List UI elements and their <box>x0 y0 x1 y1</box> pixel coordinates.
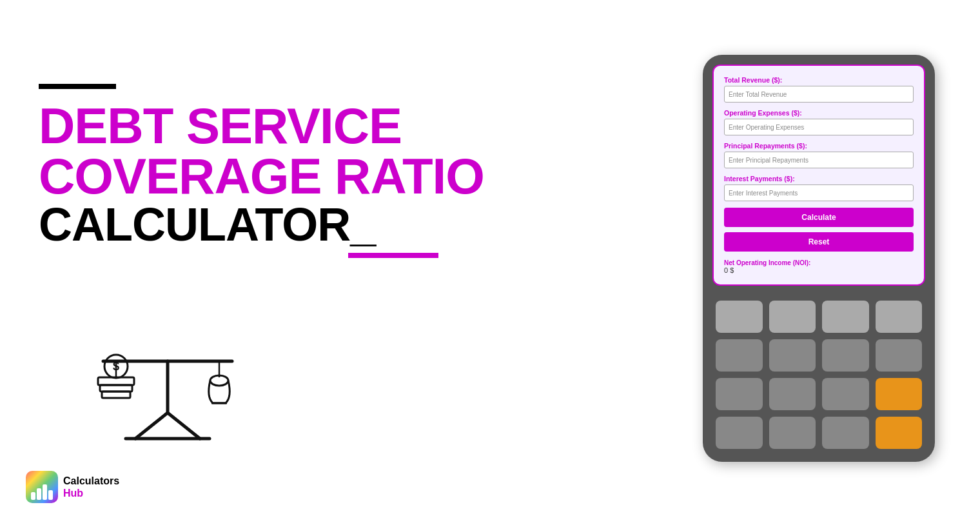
balance-scale-svg: $ <box>64 277 271 445</box>
result-area: Net Operating Income (NOI): 0 $ <box>724 259 914 274</box>
top-accent-bar <box>39 84 116 89</box>
calculator-screen: Total Revenue ($): Operating Expenses ($… <box>712 64 925 286</box>
logo-bar-3 <box>43 484 47 500</box>
key-r3c2[interactable] <box>769 378 816 410</box>
interest-payments-input[interactable] <box>724 184 914 201</box>
svg-line-3 <box>168 413 200 439</box>
key-r4c2[interactable] <box>769 417 816 449</box>
logo-icon <box>26 471 58 503</box>
key-r3c3[interactable] <box>822 378 869 410</box>
reset-button[interactable]: Reset <box>724 232 914 252</box>
scale-illustration: $ <box>39 277 297 445</box>
logo-bar-2 <box>37 488 41 500</box>
interest-payments-group: Interest Payments ($): <box>724 175 914 201</box>
result-value: 0 $ <box>724 266 914 274</box>
result-label: Net Operating Income (NOI): <box>724 259 914 266</box>
title-line-2: COVERAGE RATIO <box>39 151 696 201</box>
operating-expenses-label: Operating Expenses ($): <box>724 109 914 117</box>
principal-repayments-input[interactable] <box>724 152 914 168</box>
principal-repayments-label: Principal Repayments ($): <box>724 142 914 150</box>
key-r1c4[interactable] <box>876 301 923 333</box>
principal-repayments-group: Principal Repayments ($): <box>724 142 914 168</box>
logo-name1: Calculators <box>63 475 119 487</box>
title-block: DEBT SERVICE COVERAGE RATIO CALCULATOR_ <box>39 101 696 258</box>
left-panel: DEBT SERVICE COVERAGE RATIO CALCULATOR_ <box>39 71 696 445</box>
key-r4c3[interactable] <box>822 417 869 449</box>
key-r3c1[interactable] <box>716 378 763 410</box>
key-r1c2[interactable] <box>769 301 816 333</box>
logo-area: Calculators Hub <box>26 471 119 503</box>
title-line-1: DEBT SERVICE <box>39 101 696 151</box>
key-r2c1[interactable] <box>716 339 763 372</box>
svg-text:$: $ <box>113 360 119 373</box>
logo-name2: Hub <box>63 487 119 499</box>
calculator-device: Total Revenue ($): Operating Expenses ($… <box>703 55 935 462</box>
total-revenue-input[interactable] <box>724 86 914 103</box>
key-r2c3[interactable] <box>822 339 869 372</box>
key-r1c1[interactable] <box>716 301 763 333</box>
svg-line-2 <box>135 413 168 439</box>
right-panel: Total Revenue ($): Operating Expenses ($… <box>696 55 941 462</box>
interest-payments-label: Interest Payments ($): <box>724 175 914 183</box>
key-r3c4-orange[interactable] <box>876 378 923 410</box>
total-revenue-label: Total Revenue ($): <box>724 76 914 84</box>
keypad <box>712 297 925 452</box>
title-line-3: CALCULATOR_ <box>39 201 696 248</box>
total-revenue-group: Total Revenue ($): <box>724 76 914 103</box>
operating-expenses-input[interactable] <box>724 119 914 135</box>
key-r2c2[interactable] <box>769 339 816 372</box>
key-r1c3[interactable] <box>822 301 869 333</box>
key-r2c4[interactable] <box>876 339 923 372</box>
svg-rect-8 <box>102 392 130 398</box>
operating-expenses-group: Operating Expenses ($): <box>724 109 914 135</box>
key-r4c1[interactable] <box>716 417 763 449</box>
logo-bar-4 <box>48 490 53 500</box>
logo-bar-1 <box>31 492 35 500</box>
logo-text: Calculators Hub <box>63 475 119 499</box>
calculate-button[interactable]: Calculate <box>724 208 914 227</box>
key-r4c4-orange[interactable] <box>876 417 923 449</box>
underline-accent <box>348 253 438 258</box>
